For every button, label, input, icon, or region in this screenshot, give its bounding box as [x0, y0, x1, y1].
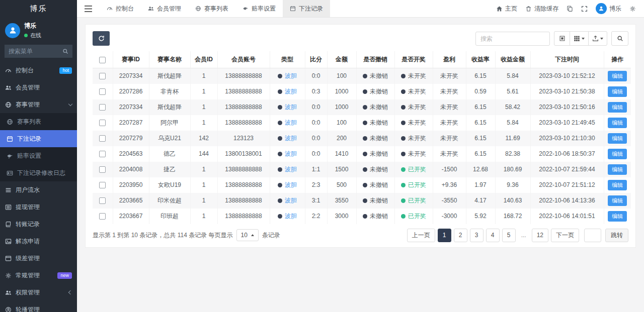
cell-drawn: 未开奖: [394, 68, 433, 84]
cell-amount: 100: [327, 68, 356, 84]
per-page-select[interactable]: 10: [236, 229, 259, 241]
sidebar-item-members[interactable]: 会员管理: [0, 79, 77, 96]
revoked-dot-icon: [363, 136, 367, 141]
tab-odds-settings[interactable]: 赔率设置: [235, 0, 283, 17]
row-checkbox[interactable]: [99, 104, 106, 111]
row-checkbox[interactable]: [99, 213, 106, 220]
cell-member-account: 13888888888: [217, 177, 270, 193]
cell-amount: 1000: [327, 99, 356, 115]
drawn-dot-icon: [401, 152, 406, 156]
sidebar-search-input[interactable]: [9, 48, 62, 55]
home-link[interactable]: 主页: [496, 5, 517, 13]
columns-button[interactable]: [570, 31, 589, 46]
bet-records-table: 赛事ID 赛事名称 会员ID 会员账号 类型 比分 金额 是否撤销 是否开奖 盈…: [93, 51, 631, 224]
tab-dashboard[interactable]: 控制台: [100, 0, 141, 17]
cell-income: 9.36: [495, 177, 530, 193]
cell-amount: 3000: [327, 209, 356, 224]
list-alt-icon: [5, 204, 12, 211]
cell-drawn: 已开奖: [394, 209, 433, 224]
sidebar-item-level-diff[interactable]: 级差管理: [0, 250, 77, 267]
next-page-button[interactable]: 下一页: [551, 229, 579, 242]
jump-page-input[interactable]: [584, 229, 601, 242]
page-button[interactable]: 12: [532, 229, 548, 242]
edit-button[interactable]: 编辑: [608, 118, 627, 128]
cell-actions: 编辑: [604, 193, 631, 209]
page-button[interactable]: 5: [502, 229, 516, 242]
cell-amount: 100: [327, 115, 356, 131]
edit-button[interactable]: 编辑: [608, 71, 627, 81]
user-avatar: [596, 3, 607, 14]
edit-button[interactable]: 编辑: [608, 86, 627, 97]
row-checkbox[interactable]: [99, 166, 106, 173]
edit-button[interactable]: 编辑: [608, 149, 627, 159]
edit-button[interactable]: 编辑: [608, 211, 627, 222]
user-menu[interactable]: 博乐: [596, 3, 621, 14]
page-button[interactable]: 4: [486, 229, 500, 242]
table-row: 2207279乌克U21142123123波胆0:0200未撤销未开奖未开奖6.…: [93, 131, 631, 146]
copy-pages-button[interactable]: [567, 6, 573, 12]
caret-down-icon: [600, 38, 603, 40]
prev-page-button[interactable]: 上一页: [407, 229, 435, 242]
globe-icon: [5, 101, 12, 108]
export-button[interactable]: [588, 31, 607, 46]
settings-button[interactable]: [629, 6, 636, 12]
cell-member-id: 1: [190, 209, 217, 224]
search-button[interactable]: [611, 31, 628, 46]
row-checkbox[interactable]: [99, 197, 106, 204]
sidebar-toggle-button[interactable]: [77, 0, 100, 17]
dashboard-icon: [107, 6, 113, 12]
toggle-view-button[interactable]: [554, 31, 570, 46]
select-all-checkbox[interactable]: [99, 57, 106, 63]
sidebar-item-permissions[interactable]: 权限管理: [0, 284, 77, 301]
refresh-button[interactable]: [93, 31, 110, 46]
user-avatar[interactable]: [5, 23, 20, 38]
tab-match-list[interactable]: 赛事列表: [188, 0, 235, 17]
sidebar-item-bet-edit-log[interactable]: 下注记录修改日志: [0, 164, 77, 181]
page-button[interactable]: 2: [454, 229, 467, 242]
clear-cache-link[interactable]: 清除缓存: [525, 5, 558, 13]
edit-button[interactable]: 编辑: [608, 180, 627, 190]
row-checkbox[interactable]: [99, 73, 106, 79]
row-checkbox[interactable]: [99, 135, 106, 142]
cell-score: 3:1: [305, 193, 327, 209]
edit-button[interactable]: 编辑: [608, 164, 627, 175]
user-name: 博乐: [24, 22, 41, 30]
page-button[interactable]: 1: [438, 229, 451, 242]
row-checkbox[interactable]: [99, 88, 106, 95]
sidebar-item-label: 赛事管理: [16, 100, 40, 109]
fullscreen-button[interactable]: [581, 6, 588, 12]
sidebar-item-odds-settings[interactable]: 赔率设置: [0, 147, 77, 164]
tab-members[interactable]: 会员管理: [141, 0, 188, 17]
tab-bet-records[interactable]: 下注记录: [283, 0, 330, 17]
cell-drawn: 未开奖: [394, 99, 433, 115]
table-search-input[interactable]: [475, 32, 550, 46]
cell-select: [93, 68, 113, 84]
sidebar-item-general-settings[interactable]: 常规管理 new: [0, 267, 77, 284]
sidebar-item-unfreeze[interactable]: 解冻申请: [0, 233, 77, 250]
row-checkbox[interactable]: [99, 182, 106, 188]
users-icon: [5, 289, 12, 296]
jump-button[interactable]: 跳转: [605, 229, 628, 242]
row-checkbox[interactable]: [99, 120, 106, 126]
edit-button[interactable]: 编辑: [608, 195, 627, 206]
cell-select: [93, 193, 113, 209]
sidebar-item-carousel[interactable]: 轮播管理: [0, 301, 77, 312]
sidebar-item-match-list[interactable]: 赛事列表: [0, 113, 77, 130]
sidebar-item-bet-records[interactable]: 下注记录: [0, 130, 77, 147]
sidebar-item-user-flow[interactable]: 用户流水: [0, 181, 77, 198]
sidebar-item-transfers[interactable]: 转账记录: [0, 216, 77, 233]
cell-match-id: 2204563: [113, 146, 149, 162]
page-button[interactable]: 3: [470, 229, 484, 242]
sidebar-item-matches[interactable]: 赛事管理: [0, 96, 77, 113]
sidebar-item-dashboard[interactable]: 控制台 hot: [0, 62, 77, 79]
type-dot-icon: [278, 152, 282, 156]
home-icon: [496, 6, 503, 12]
sidebar-item-withdrawals[interactable]: 提现管理: [0, 198, 77, 216]
edit-button[interactable]: 编辑: [608, 102, 627, 113]
online-status-label: 在线: [30, 32, 41, 39]
home-label: 主页: [505, 5, 517, 13]
row-checkbox[interactable]: [99, 151, 106, 157]
main-content: 赛事ID 赛事名称 会员ID 会员账号 类型 比分 金额 是否撤销 是否开奖 盈…: [77, 18, 644, 312]
cell-rate: 0.59: [466, 84, 495, 99]
edit-button[interactable]: 编辑: [608, 133, 627, 144]
